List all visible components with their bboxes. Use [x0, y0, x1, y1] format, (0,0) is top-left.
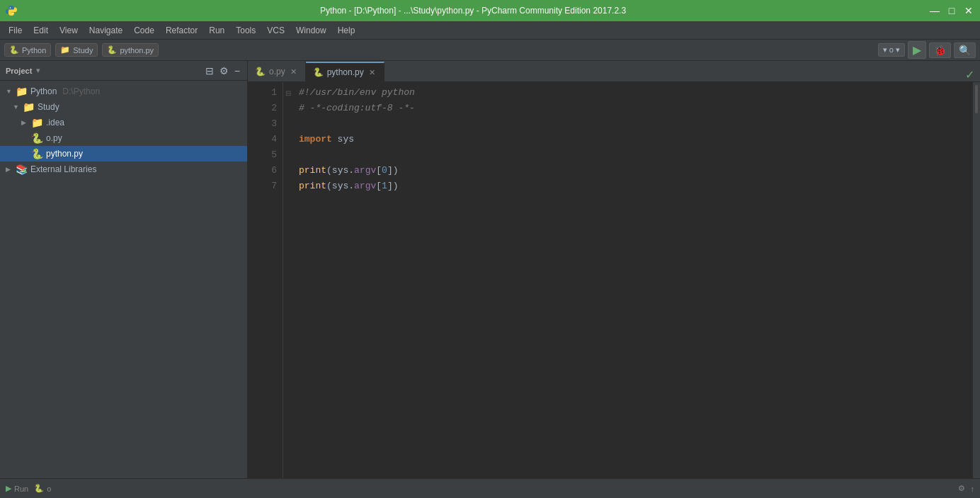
- code-line-5: [299, 147, 967, 163]
- fold-marker-5: [283, 147, 293, 163]
- study-badge[interactable]: 📁 Study: [55, 43, 98, 57]
- run-config-label: ▾ o ▾: [883, 45, 900, 55]
- menu-help[interactable]: Help: [332, 23, 361, 38]
- fold-marker-1[interactable]: ⊟: [283, 85, 293, 101]
- code-print1-idx: 0: [382, 163, 387, 179]
- tab-python-py-close[interactable]: ✕: [368, 67, 377, 78]
- line-num-7: 7: [251, 179, 277, 194]
- main-content: Project ▾ ⊟ ⚙ − ▼ 📁 Python D:\Python: [0, 61, 980, 478]
- line-num-5: 5: [251, 147, 277, 163]
- editor-area: 🐍 o.py ✕ 🐍 python.py ✕ ✓ 1 2: [248, 61, 980, 478]
- code-editor[interactable]: 1 2 3 4 5 6 7 ⊟ #!: [248, 82, 980, 478]
- expand-arrow-extlib-icon: ▶: [6, 166, 13, 173]
- code-print1-dot: .: [348, 163, 354, 179]
- tab-o-py-close[interactable]: ✕: [289, 67, 298, 77]
- dropdown-arrow-icon: ▾: [36, 66, 40, 75]
- study-folder-icon: 📁: [23, 101, 35, 113]
- minimize-button[interactable]: —: [929, 5, 940, 16]
- code-print2-idx: 1: [382, 179, 387, 194]
- tree-sublabel-python: D:\Python: [62, 86, 100, 96]
- menu-bar: File Edit View Navigate Code Refactor Ru…: [0, 21, 980, 40]
- settings-gear-icon[interactable]: ⚙: [958, 484, 965, 493]
- tree-label-study: Study: [38, 102, 59, 112]
- tree-item-python[interactable]: ▼ 📁 Python D:\Python: [0, 84, 247, 99]
- code-print1-fn: print: [299, 163, 326, 179]
- tree-label-python-py: python.py: [46, 149, 83, 159]
- line-numbers: 1 2 3 4 5 6 7: [248, 82, 283, 478]
- file-badge[interactable]: 🐍 python.py: [102, 43, 159, 57]
- menu-code[interactable]: Code: [128, 23, 160, 38]
- code-content[interactable]: #!/usr/bin/env python # -*-coding:utf-8 …: [293, 82, 973, 478]
- svg-point-0: [10, 7, 11, 9]
- tab-python-py-icon: 🐍: [313, 67, 324, 77]
- maximize-button[interactable]: □: [946, 5, 957, 16]
- expand-arrow-icon: ▼: [6, 88, 13, 95]
- menu-view[interactable]: View: [54, 23, 84, 38]
- line-num-4: 4: [251, 132, 277, 147]
- menu-run[interactable]: Run: [203, 23, 230, 38]
- fold-marker-2: [283, 101, 293, 116]
- python-py-icon: 🐍: [31, 148, 43, 159]
- menu-window[interactable]: Window: [290, 23, 332, 38]
- fold-marker-4: [283, 132, 293, 147]
- run-status-icon: ▶: [6, 484, 11, 493]
- run-status-file-name: o: [47, 485, 51, 493]
- tree-item-external-libs[interactable]: ▶ 📚 External Libraries: [0, 162, 247, 177]
- tree-label-o-py: o.py: [46, 133, 62, 143]
- tree-label-idea: .idea: [46, 118, 64, 128]
- inspection-ok: ✓: [965, 68, 980, 81]
- code-comment: # -*-coding:utf-8 -*-: [299, 101, 415, 116]
- menu-file[interactable]: File: [3, 23, 28, 38]
- tab-python-py-label: python.py: [327, 67, 364, 77]
- fold-marker-7: [283, 179, 293, 194]
- menu-refactor[interactable]: Refactor: [160, 23, 203, 38]
- settings-icon[interactable]: ⚙: [218, 64, 230, 78]
- tree-item-idea[interactable]: ▶ 📁 .idea: [0, 115, 247, 130]
- line-num-2: 2: [251, 101, 277, 116]
- menu-tools[interactable]: Tools: [230, 23, 261, 38]
- ext-lib-icon: 📚: [16, 164, 28, 175]
- upload-arrow-icon[interactable]: ↑: [971, 485, 975, 493]
- tree-item-study[interactable]: ▼ 📁 Study: [0, 99, 247, 115]
- search-button[interactable]: 🔍: [954, 43, 976, 58]
- code-print1-sys: sys: [332, 163, 348, 179]
- code-print2-argv: argv: [354, 179, 376, 194]
- window-title: Python - [D:\Python] - ...\Study\python.…: [17, 6, 929, 16]
- tab-o-py-label: o.py: [269, 67, 285, 77]
- debug-button[interactable]: 🐞: [929, 43, 951, 58]
- editor-scrollbar[interactable]: [973, 82, 980, 478]
- code-line-6: print(sys.argv[0]): [299, 163, 967, 179]
- collapse-all-icon[interactable]: ⊟: [204, 64, 215, 78]
- sidebar-actions: ⊟ ⚙ −: [204, 64, 241, 78]
- menu-vcs[interactable]: VCS: [261, 23, 290, 38]
- tree-item-o-py[interactable]: 🐍 o.py: [0, 130, 247, 146]
- code-import-sys: sys: [332, 132, 354, 147]
- tree-item-python-py[interactable]: 🐍 python.py: [0, 146, 247, 162]
- code-line-4: import sys: [299, 132, 967, 147]
- status-bar: ▶ Run 🐍 o ⚙ ↑: [0, 478, 980, 498]
- tab-o-py-icon: 🐍: [255, 67, 266, 77]
- code-print2-open: (: [326, 179, 332, 194]
- run-button[interactable]: ▶: [908, 41, 926, 59]
- sidebar-header: Project ▾ ⊟ ⚙ −: [0, 61, 247, 81]
- python-badge[interactable]: 🐍 Python: [4, 43, 51, 57]
- status-right: ⚙ ↑: [958, 484, 975, 493]
- close-button[interactable]: ✕: [963, 5, 974, 16]
- fold-marker-6: [283, 163, 293, 179]
- code-line-3: [299, 116, 967, 132]
- run-status-label: Run: [14, 485, 28, 493]
- tab-o-py[interactable]: 🐍 o.py ✕: [248, 62, 306, 81]
- code-print1-bracket: [: [376, 163, 382, 179]
- run-status-file: 🐍: [34, 484, 44, 493]
- hide-panel-icon[interactable]: −: [233, 64, 241, 78]
- menu-edit[interactable]: Edit: [28, 23, 54, 38]
- app-icon: [6, 5, 17, 16]
- tab-bar: 🐍 o.py ✕ 🐍 python.py ✕ ✓: [248, 61, 980, 82]
- code-print2-close: ]): [387, 179, 399, 194]
- run-config-dropdown[interactable]: ▾ o ▾: [878, 43, 905, 57]
- line-num-6: 6: [251, 163, 277, 179]
- tab-python-py[interactable]: 🐍 python.py ✕: [306, 62, 384, 81]
- menu-navigate[interactable]: Navigate: [84, 23, 128, 38]
- project-panel-title: Project: [6, 67, 32, 75]
- toolbar-right: ▾ o ▾ ▶ 🐞 🔍: [878, 41, 976, 59]
